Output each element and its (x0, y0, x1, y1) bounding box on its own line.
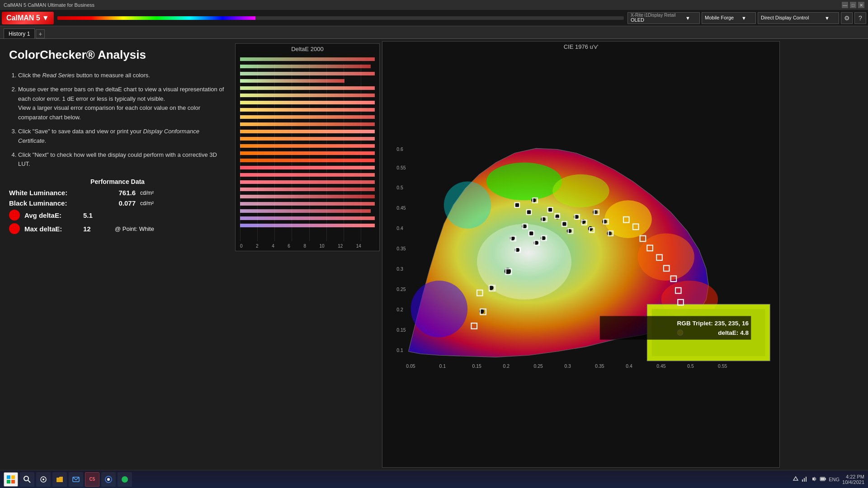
white-luminance-value: 761.6 (99, 189, 136, 197)
max-delta-value: 12 (83, 225, 110, 233)
svg-text:0.3: 0.3 (564, 364, 571, 369)
svg-rect-111 (821, 478, 825, 480)
svg-point-32 (515, 203, 519, 207)
xrite-arrow-icon: ▼ (685, 15, 690, 21)
spotify-icon (121, 476, 128, 483)
cie-chart-title: CIE 1976 u'v' (382, 42, 779, 52)
svg-point-44 (529, 231, 533, 235)
svg-text:0.4: 0.4 (626, 364, 632, 369)
instruction-3: Click "Save" to save data and view or pr… (18, 127, 226, 146)
max-delta-label: Max deltaE: (24, 225, 83, 233)
svg-line-98 (28, 480, 30, 483)
svg-text:0.55: 0.55 (718, 364, 727, 369)
directdisplay-arrow-icon: ▼ (825, 15, 830, 21)
svg-text:0.35: 0.35 (595, 364, 604, 369)
settings-button[interactable]: ⚙ (841, 12, 853, 24)
folder-icon (56, 476, 63, 483)
svg-text:0.25: 0.25 (533, 364, 543, 369)
minimize-button[interactable]: — (842, 2, 848, 8)
chart-gridlines (240, 64, 361, 241)
svg-text:deltaE: 4.8: deltaE: 4.8 (718, 329, 749, 336)
search-taskbar-button[interactable] (20, 472, 34, 487)
add-tab-button[interactable]: + (36, 29, 45, 38)
mail-taskbar-button[interactable] (69, 472, 83, 487)
task-view-button[interactable] (36, 472, 51, 487)
svg-point-39 (567, 229, 571, 233)
help-button[interactable]: ? (854, 12, 866, 24)
instruction-4: Click "Next" to check how well the displ… (18, 150, 226, 169)
svg-point-25 (637, 234, 694, 281)
calman-taskbar-button[interactable]: C5 (85, 472, 99, 487)
svg-point-28 (444, 182, 491, 229)
gridline-8 (309, 64, 310, 241)
title-bar: CalMAN 5 CalMAN Ultimate for Business — … (0, 0, 868, 10)
svg-point-35 (541, 217, 545, 221)
gridline-4 (274, 64, 275, 241)
svg-point-100 (42, 479, 44, 480)
title-bar-controls: — □ ✕ (842, 2, 864, 8)
svg-rect-96 (11, 480, 15, 483)
start-button[interactable] (4, 472, 18, 487)
svg-text:RGB Triplet: 235, 235, 16: RGB Triplet: 235, 235, 16 (677, 320, 749, 327)
mobileforge-arrow-icon: ▼ (741, 15, 746, 21)
bar-fill-0 (240, 57, 375, 61)
gridline-0 (240, 64, 241, 241)
svg-text:0.15: 0.15 (472, 364, 482, 369)
windows-icon (6, 475, 15, 484)
avg-delta-label: Avg deltaE: (24, 211, 83, 219)
taskbar-date-display: 10/4/2021 (842, 479, 864, 485)
svg-text:0.6: 0.6 (396, 147, 403, 152)
cie-diagram: 0.6 0.55 0.5 0.45 0.4 0.35 0.3 0.25 0.2 … (382, 52, 779, 467)
taskbar-time-display: 4:22 PM (842, 474, 864, 479)
cie-svg: 0.6 0.55 0.5 0.45 0.4 0.35 0.3 0.25 0.2 … (382, 52, 779, 467)
black-luminance-row: Black Luminance: 0.077 cd/m² (9, 199, 226, 207)
menu-bar: CalMAN 5 ▼ X-Rite i1Display Retail OLED … (0, 10, 868, 26)
svg-point-103 (107, 478, 110, 481)
chrome-taskbar-button[interactable] (101, 472, 116, 487)
xrite-sub: OLED (631, 18, 675, 23)
avg-delta-row: Avg deltaE: 5.1 (9, 210, 226, 221)
black-luminance-value: 0.077 (99, 199, 136, 207)
svg-point-104 (122, 476, 128, 483)
taskbar: C5 (0, 470, 868, 488)
svg-text:0.25: 0.25 (396, 287, 406, 292)
white-luminance-label: White Luminance: (9, 189, 99, 197)
svg-text:0.2: 0.2 (396, 307, 403, 312)
file-explorer-taskbar-button[interactable] (52, 472, 67, 487)
mobileforge-label: Mobile Forge (705, 15, 734, 20)
svg-point-23 (552, 174, 609, 207)
chrome-icon (105, 476, 112, 483)
logo-arrow: ▼ (42, 14, 49, 22)
svg-text:0.55: 0.55 (396, 165, 406, 170)
calman-logo[interactable]: CalMAN 5 ▼ (2, 12, 54, 24)
svg-text:0.5: 0.5 (687, 364, 694, 369)
svg-text:0.05: 0.05 (406, 364, 415, 369)
gridline-12 (344, 64, 344, 241)
window-title: CalMAN 5 CalMAN Ultimate for Business (4, 2, 94, 8)
svg-point-33 (527, 210, 531, 214)
history1-tab[interactable]: History 1 (4, 28, 35, 38)
toolbar-right: X-Rite i1Display Retail OLED ▼ Mobile Fo… (627, 12, 866, 24)
search-icon (24, 476, 31, 483)
spotify-taskbar-button[interactable] (118, 472, 132, 487)
mobileforge-dropdown[interactable]: Mobile Forge ▼ (702, 12, 756, 24)
instruction-2: Mouse over the error bars on the deltaE … (18, 85, 226, 122)
svg-point-22 (486, 163, 562, 201)
svg-text:0.1: 0.1 (439, 364, 446, 369)
svg-point-34 (531, 198, 536, 202)
svg-point-75 (602, 219, 607, 224)
directdisplay-dropdown[interactable]: Direct Display Control ▼ (758, 12, 839, 24)
bar-row-0 (240, 56, 375, 62)
svg-text:0.3: 0.3 (396, 267, 403, 272)
svg-rect-106 (802, 479, 803, 482)
xrite-dropdown[interactable]: X-Rite i1Display Retail OLED ▼ (627, 12, 700, 24)
svg-text:0.4: 0.4 (396, 226, 403, 231)
svg-point-24 (604, 200, 652, 238)
gridline-6 (292, 64, 292, 241)
svg-rect-93 (7, 475, 10, 479)
close-button[interactable]: ✕ (858, 2, 864, 8)
svg-point-27 (411, 281, 467, 337)
main-content: ColorChecker® Analysis Click the Read Se… (0, 39, 868, 470)
maximize-button[interactable]: □ (850, 2, 856, 8)
svg-rect-107 (804, 478, 805, 482)
